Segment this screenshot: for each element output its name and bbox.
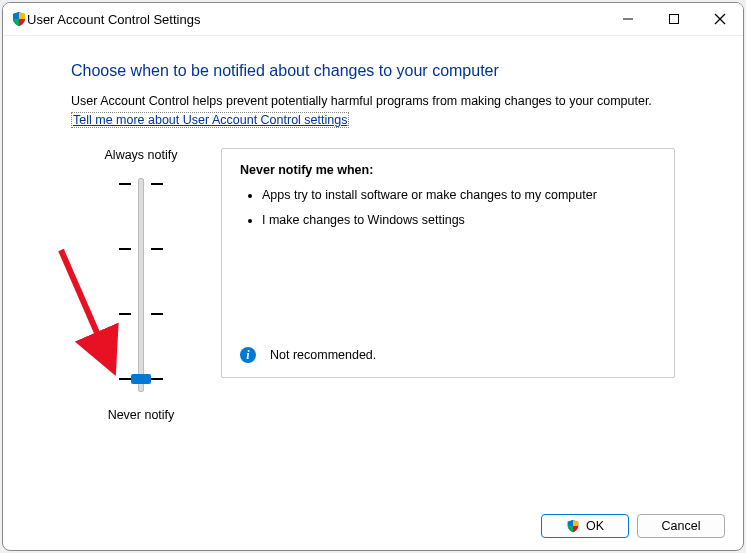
cancel-button-label: Cancel xyxy=(662,519,701,533)
info-bullet-list: Apps try to install software or make cha… xyxy=(240,187,656,229)
help-link[interactable]: Tell me more about User Account Control … xyxy=(71,112,349,128)
notification-slider[interactable] xyxy=(71,170,211,400)
ok-button-label: OK xyxy=(586,519,604,533)
info-title: Never notify me when: xyxy=(240,163,656,177)
slider-column: Always notify xyxy=(71,148,211,422)
description-text: User Account Control helps prevent poten… xyxy=(71,94,675,108)
list-item: I make changes to Windows settings xyxy=(262,212,656,229)
uac-shield-icon xyxy=(566,519,580,533)
slider-bottom-label: Never notify xyxy=(71,408,211,422)
ok-button[interactable]: OK xyxy=(541,514,629,538)
page-heading: Choose when to be notified about changes… xyxy=(71,62,675,80)
svg-line-4 xyxy=(61,250,111,365)
info-panel: Never notify me when: Apps try to instal… xyxy=(221,148,675,378)
svg-rect-1 xyxy=(670,15,679,24)
recommendation-text: Not recommended. xyxy=(270,348,376,362)
annotation-arrow-icon xyxy=(51,240,141,400)
window-title: User Account Control Settings xyxy=(27,12,200,27)
minimize-button[interactable] xyxy=(605,3,651,35)
close-button[interactable] xyxy=(697,3,743,35)
footer: OK Cancel xyxy=(3,501,743,550)
info-icon: i xyxy=(240,347,256,363)
slider-thumb[interactable] xyxy=(131,374,151,384)
list-item: Apps try to install software or make cha… xyxy=(262,187,656,204)
uac-shield-icon xyxy=(11,11,27,27)
content-area: Choose when to be notified about changes… xyxy=(3,36,743,501)
titlebar: User Account Control Settings xyxy=(3,3,743,36)
maximize-button[interactable] xyxy=(651,3,697,35)
cancel-button[interactable]: Cancel xyxy=(637,514,725,538)
slider-top-label: Always notify xyxy=(71,148,211,162)
